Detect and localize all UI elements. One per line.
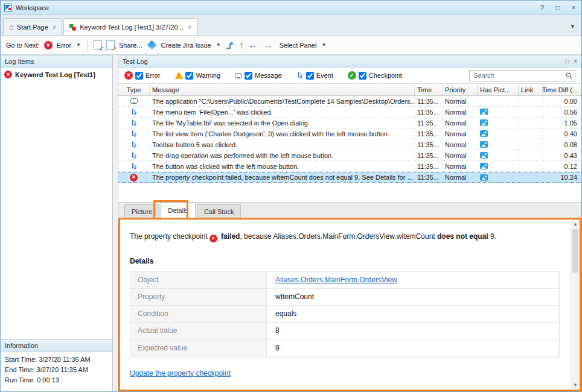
event-icon xyxy=(130,141,138,148)
error-icon: × xyxy=(130,174,138,182)
log-row[interactable]: The drag operation was performed with th… xyxy=(118,150,581,161)
log-cell-time-diff: 0.40 xyxy=(543,128,581,139)
forward-arrow-icon[interactable]: → xyxy=(263,40,273,50)
chevron-down-icon[interactable]: ▼ xyxy=(321,42,326,48)
event-icon xyxy=(130,152,138,159)
back-arrow-icon[interactable]: ← xyxy=(248,40,258,50)
tab-close-icon[interactable]: × xyxy=(53,24,56,31)
column-header-priority[interactable]: Priority xyxy=(443,84,478,95)
panel-close-icon[interactable]: × xyxy=(574,58,577,65)
event-icon xyxy=(130,109,138,116)
tab-start-page-label: Start Page xyxy=(17,24,48,31)
scroll-up-icon[interactable]: ▲ xyxy=(571,220,580,229)
main-area: Log Items × Keyword Test Log [Test1] Inf… xyxy=(1,55,581,391)
tab-picture[interactable]: Picture xyxy=(124,204,159,218)
property-label: Condition xyxy=(130,306,267,322)
log-rows-area: The application "C:\Users\Public\Documen… xyxy=(118,96,581,202)
summary-text: , because Aliases.Orders.MainForm.Orders… xyxy=(240,232,437,241)
log-items-tree: × Keyword Test Log [Test1] xyxy=(1,68,112,339)
select-panel-dropdown[interactable]: Select Panel xyxy=(280,42,317,49)
test-log-icon xyxy=(69,24,77,31)
tab-details[interactable]: Details xyxy=(161,203,196,218)
help-button[interactable]: ? xyxy=(538,4,546,12)
go-to-next-label: Go to Next: xyxy=(6,42,40,49)
error-icon: × xyxy=(209,235,217,242)
tab-list-chevron-icon[interactable]: ▼ xyxy=(570,24,575,30)
search-icon xyxy=(566,72,572,79)
column-header-link[interactable]: Link xyxy=(519,84,543,95)
filter-message-checkbox[interactable] xyxy=(245,72,252,80)
log-row-selected[interactable]: × The property checkpoint failed, becaus… xyxy=(118,172,581,183)
tab-keyword-test-log[interactable]: Keyword Test Log [Test1] 3/27/20... × xyxy=(63,18,197,35)
panel-maximize-icon[interactable]: □ xyxy=(565,58,569,65)
event-icon xyxy=(130,163,138,170)
column-header-type[interactable]: Type xyxy=(118,84,150,95)
update-checkpoint-link[interactable]: Update the property checkpoint xyxy=(130,369,231,378)
log-cell-time: 11:35... xyxy=(415,139,443,150)
details-scrollbar[interactable]: ▲ ▼ xyxy=(571,220,580,390)
column-header-time[interactable]: Time xyxy=(415,84,443,95)
picture-icon xyxy=(480,163,488,169)
log-row[interactable]: The list view item ('Charles Dodgeson', … xyxy=(118,128,581,139)
detail-tab-strip: Picture Details Call Stack xyxy=(118,202,581,218)
search-input[interactable] xyxy=(472,71,566,80)
checkpoint-summary: The property checkpoint× failed, because… xyxy=(130,232,561,242)
search-box xyxy=(469,70,575,81)
log-cell-message: Toolbar button 5 was clicked. xyxy=(150,139,415,150)
restore-button[interactable]: □ xyxy=(554,4,562,12)
log-row[interactable]: The file 'MyTable.tbl' was selected in t… xyxy=(118,118,581,128)
title-bar: Workspace ? □ × xyxy=(1,1,581,15)
log-row[interactable]: The application "C:\Users\Public\Documen… xyxy=(118,96,581,107)
summary-text: 9. xyxy=(488,232,496,241)
log-items-title: Log Items xyxy=(5,58,34,65)
log-row[interactable]: The button was clicked with the left mou… xyxy=(118,161,581,172)
report-icon[interactable]: ✓ xyxy=(94,40,102,50)
panel-splitter[interactable] xyxy=(113,55,118,391)
create-jira-issue-button[interactable]: Create Jira Issue xyxy=(161,42,211,49)
log-row[interactable]: The menu item 'File|Open...' was clicked… xyxy=(118,107,581,118)
column-header-time-diff[interactable]: Time Diff (... xyxy=(543,84,581,95)
property-label: Actual value xyxy=(130,323,267,339)
chevron-down-icon[interactable]: ▼ xyxy=(216,42,221,48)
column-header-message[interactable]: Message xyxy=(150,84,415,95)
log-cell-message: The property checkpoint failed, because … xyxy=(150,172,415,182)
picture-icon xyxy=(480,152,488,159)
start-time-text: Start Time: 3/27/20 11:35 AM xyxy=(5,355,108,365)
go-to-next-error-icon[interactable]: × xyxy=(44,41,53,49)
filter-error-checkbox[interactable] xyxy=(135,72,143,80)
log-cell-message: The application "C:\Users\Public\Documen… xyxy=(150,96,415,106)
filter-event-checkbox[interactable] xyxy=(306,72,314,80)
message-icon xyxy=(130,98,138,104)
post-issue-icon[interactable] xyxy=(225,40,235,50)
tab-keyword-test-log-label: Keyword Test Log [Test1] 3/27/20... xyxy=(80,24,184,31)
object-link[interactable]: Aliases.Orders.MainForm.OrdersView xyxy=(275,276,397,284)
log-cell-message: The drag operation was performed with th… xyxy=(150,150,415,160)
share-button[interactable]: Share... xyxy=(119,42,142,49)
log-column-headers: Type Message Time Priority Has Pict... L… xyxy=(118,84,581,96)
scrollbar-thumb[interactable] xyxy=(572,229,578,273)
log-cell-time-diff: 0.12 xyxy=(543,161,581,171)
tab-call-stack[interactable]: Call Stack xyxy=(197,204,241,218)
tab-start-page[interactable]: ⌂ Start Page × xyxy=(3,18,62,35)
filter-event: Event xyxy=(296,72,333,80)
document-tab-strip: ⌂ Start Page × Keyword Test Log [Test1] … xyxy=(1,15,581,36)
property-value: equals xyxy=(267,306,559,322)
upload-results-icon[interactable]: ↑ xyxy=(239,40,244,50)
filter-warning-checkbox[interactable] xyxy=(185,72,193,80)
close-button[interactable]: × xyxy=(569,4,578,12)
go-to-next-error-dropdown[interactable]: Error xyxy=(57,42,71,49)
export-log-icon[interactable]: ↗ xyxy=(106,40,115,50)
filter-checkpoint-checkbox[interactable] xyxy=(359,72,366,80)
tab-close-icon[interactable]: × xyxy=(188,24,191,31)
column-header-has-picture[interactable]: Has Pict... xyxy=(478,84,519,95)
property-row: Expected value 9 xyxy=(130,340,559,356)
log-cell-link xyxy=(519,107,543,117)
log-row[interactable]: Toolbar button 5 was clicked. 11:35... N… xyxy=(118,139,581,150)
log-cell-priority: Normal xyxy=(443,128,478,139)
chevron-down-icon[interactable]: ▼ xyxy=(76,42,81,48)
tree-item-keyword-test-log[interactable]: × Keyword Test Log [Test1] xyxy=(1,68,112,81)
property-value: wItemCount xyxy=(267,289,559,305)
log-cell-priority: Normal xyxy=(443,150,478,160)
scroll-down-icon[interactable]: ▼ xyxy=(571,381,580,390)
test-log-header: Test Log □ × xyxy=(118,55,581,68)
